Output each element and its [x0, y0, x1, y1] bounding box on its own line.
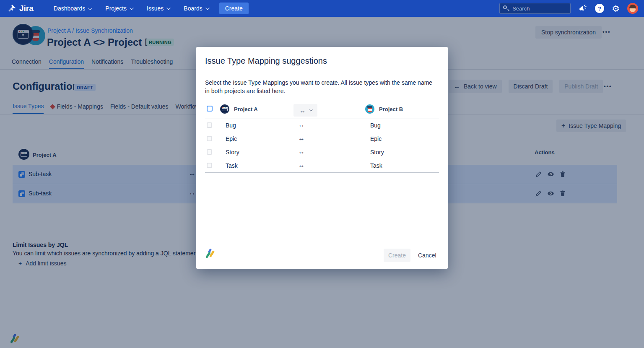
nav-dashboards[interactable]: Dashboards — [54, 5, 91, 12]
bidirectional-arrow-icon: ↔ — [298, 148, 305, 156]
mapping-row: Epic ↔ Epic — [205, 132, 439, 146]
settings-button[interactable]: ⚙ — [612, 4, 620, 13]
nav-projects[interactable]: Projects — [105, 5, 132, 12]
project-a-label: Project A — [234, 106, 258, 112]
left-issue-type: Epic — [226, 135, 237, 142]
bidirectional-arrow-icon: ↔ — [298, 161, 305, 169]
gear-icon: ⚙ — [612, 4, 620, 13]
mapping-row: Task ↔ Task — [205, 159, 439, 173]
chevron-down-icon — [205, 6, 210, 10]
profile-button[interactable] — [627, 3, 638, 14]
dialog-footer: Create Cancel — [196, 242, 448, 269]
project-b-avatar — [365, 104, 374, 114]
mapping-row: Story ↔ Story — [205, 146, 439, 159]
top-navbar: Jira Dashboards Projects Issues Boards C… — [0, 0, 644, 17]
project-a-avatar — [220, 104, 229, 114]
bidirectional-arrow-icon: ↔ — [298, 135, 305, 142]
dialog-title: Issue Type Mapping suggestions — [205, 56, 327, 66]
right-issue-type: Story — [370, 149, 384, 156]
search-box — [499, 3, 571, 14]
dialog-description: Select the Issue Type Mappings you want … — [205, 78, 434, 95]
select-all-checkbox[interactable] — [207, 106, 213, 112]
left-issue-type: Task — [226, 162, 238, 169]
create-button[interactable]: Create — [384, 249, 410, 262]
chevron-down-icon — [130, 6, 134, 10]
row-checkbox[interactable] — [207, 163, 212, 168]
mapping-row: Bug ↔ Bug — [205, 119, 439, 132]
help-icon: ? — [595, 4, 604, 13]
issue-type-mapping-dialog: Issue Type Mapping suggestions Select th… — [196, 47, 448, 269]
nav-boards[interactable]: Boards — [184, 5, 208, 12]
brand-label: Jira — [19, 4, 34, 13]
chevron-down-icon — [166, 6, 171, 10]
bidirectional-arrow-icon: ↔ — [298, 121, 305, 129]
right-issue-type: Epic — [370, 135, 382, 142]
mapping-rows: Bug ↔ Bug Epic ↔ Epic Story ↔ Story Task… — [205, 119, 439, 173]
cancel-button[interactable]: Cancel — [415, 249, 440, 262]
exalate-logo — [205, 249, 216, 260]
right-issue-type: Task — [370, 162, 382, 169]
jira-logo[interactable]: Jira — [8, 4, 34, 13]
search-input[interactable] — [499, 3, 571, 14]
jira-mark-icon — [8, 4, 17, 13]
project-b-label: Project B — [379, 106, 403, 112]
bidirectional-arrow-icon: ↔ — [299, 107, 306, 114]
navbar-right: ? ⚙ — [499, 0, 638, 17]
user-avatar — [627, 3, 638, 14]
help-button[interactable]: ? — [595, 4, 604, 13]
row-checkbox[interactable] — [207, 136, 212, 141]
megaphone-icon — [578, 4, 587, 13]
nav-menu: Dashboards Projects Issues Boards — [54, 5, 208, 12]
right-issue-type: Bug — [370, 122, 381, 129]
row-checkbox[interactable] — [207, 122, 212, 128]
chevron-down-icon — [309, 108, 312, 111]
chevron-down-icon — [88, 6, 92, 10]
announcements-button[interactable] — [578, 4, 587, 13]
mapping-direction-dropdown[interactable]: ↔ — [293, 104, 317, 117]
left-issue-type: Story — [226, 149, 239, 156]
left-issue-type: Bug — [226, 122, 236, 129]
row-checkbox[interactable] — [207, 149, 212, 155]
nav-issues[interactable]: Issues — [147, 5, 169, 12]
create-button[interactable]: Create — [219, 3, 249, 14]
mapping-table-header: Project A ↔ Project B — [205, 104, 439, 119]
